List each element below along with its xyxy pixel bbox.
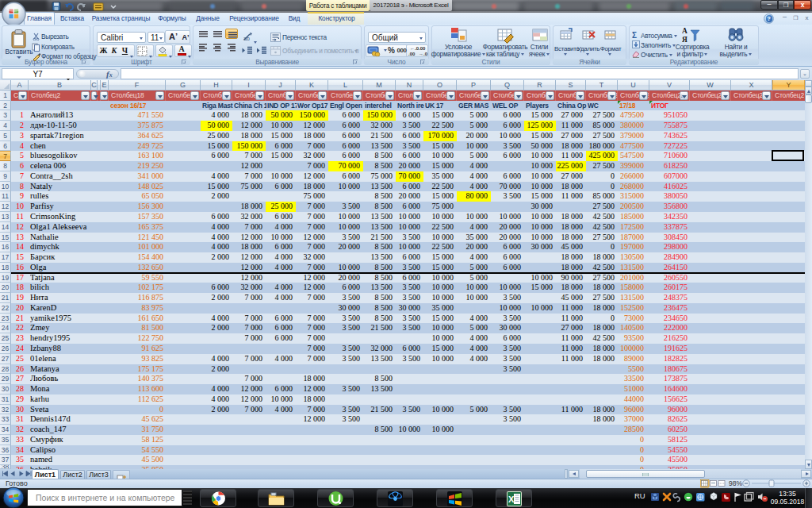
- svg-text:X: X: [508, 495, 515, 504]
- svg-text:←.0: ←.0: [410, 46, 419, 51]
- svg-text:→.0: →.0: [419, 52, 428, 56]
- svg-text:.00: .00: [408, 52, 416, 56]
- svg-text:.00: .00: [419, 46, 426, 51]
- svg-text:ab: ab: [243, 36, 250, 41]
- svg-text:А: А: [682, 27, 688, 35]
